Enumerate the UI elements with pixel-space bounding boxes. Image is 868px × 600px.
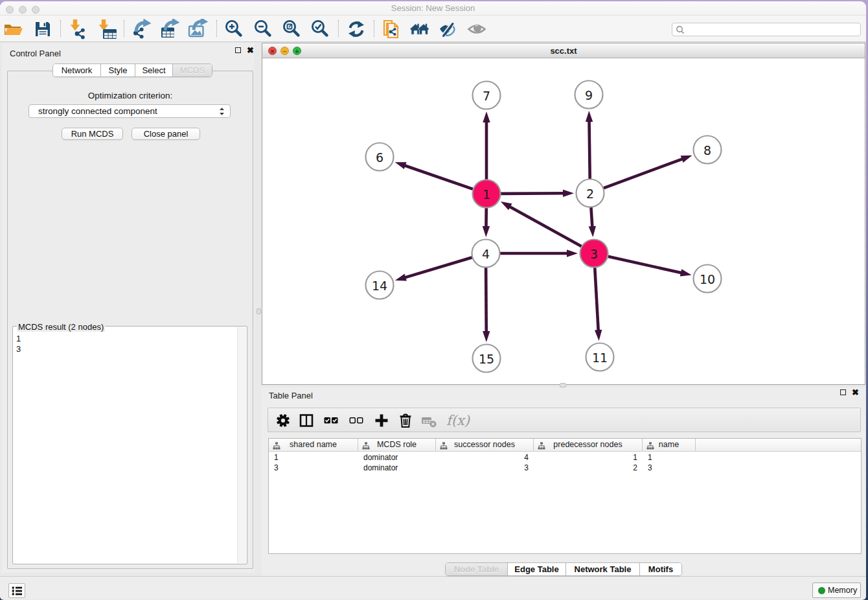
task-manager-button[interactable] xyxy=(8,583,25,598)
run-mcds-button[interactable]: Run MCDS xyxy=(62,128,123,140)
edge-3-10[interactable] xyxy=(608,257,682,273)
export-table-icon[interactable] xyxy=(159,19,180,40)
tab-network-table[interactable]: Network Table xyxy=(566,563,640,575)
memory-button[interactable]: Memory xyxy=(812,583,861,598)
result-scrollbar[interactable] xyxy=(237,327,246,563)
vertical-splitter-grip[interactable] xyxy=(257,308,261,314)
criterion-dropdown[interactable]: strongly connected component xyxy=(29,104,231,118)
network-canvas[interactable]: 1234678910111415 xyxy=(262,58,865,384)
import-network-icon[interactable] xyxy=(68,19,89,40)
node-label: 7 xyxy=(483,89,490,103)
node-table: shared nameMCDS rolesuccessor nodesprede… xyxy=(268,438,862,554)
table-cell: 3 xyxy=(269,463,358,473)
tab-edge-table[interactable]: Edge Table xyxy=(508,563,566,575)
close-table-panel-icon[interactable]: ✖ xyxy=(852,389,859,395)
edge-2-8[interactable] xyxy=(604,159,684,189)
zoom-in-icon[interactable] xyxy=(223,19,244,40)
edge-arrowhead xyxy=(589,226,596,237)
criterion-value: strongly connected component xyxy=(38,106,157,116)
save-icon[interactable] xyxy=(32,19,53,40)
delete-table-icon[interactable] xyxy=(420,412,437,429)
float-panel-icon[interactable] xyxy=(235,47,241,53)
table-cell: dominator xyxy=(358,452,436,463)
edge-arrowhead xyxy=(681,156,692,163)
table-cell: 1 xyxy=(643,452,696,463)
node-label: 6 xyxy=(376,150,383,165)
tab-motifs[interactable]: Motifs xyxy=(640,563,681,575)
mcds-result-list[interactable]: 13 xyxy=(14,327,237,563)
function-icon[interactable]: f(x) xyxy=(445,412,462,429)
status-bar: Memory xyxy=(0,576,866,599)
column-header-predecessor-nodes[interactable]: predecessor nodes xyxy=(534,439,643,451)
tab-mcds[interactable]: MCDS xyxy=(173,64,212,76)
edge-arrowhead xyxy=(483,111,490,122)
tab-style[interactable]: Style xyxy=(101,64,135,76)
edge-arrowhead xyxy=(586,111,593,122)
table-row[interactable]: 1dominator411 xyxy=(269,452,861,463)
edge-4-15[interactable] xyxy=(486,268,486,333)
control-panel-title: Control Panel xyxy=(10,49,61,58)
hide-eye-icon[interactable] xyxy=(438,19,459,40)
column-header-successor-nodes[interactable]: successor nodes xyxy=(436,439,534,451)
result-item[interactable]: 1 xyxy=(16,334,234,344)
edge-arrowhead xyxy=(395,162,407,169)
edge-1-2[interactable] xyxy=(501,193,565,194)
column-header-filler xyxy=(696,439,861,451)
control-panel: Control Panel ✖ NetworkStyleSelectMCDS O… xyxy=(2,43,255,573)
tab-network[interactable]: Network xyxy=(53,64,101,76)
edge-arrowhead xyxy=(483,226,490,237)
export-image-icon[interactable] xyxy=(187,19,208,40)
tab-select[interactable]: Select xyxy=(135,64,173,76)
column-header-name[interactable]: name xyxy=(643,439,696,451)
search-input[interactable] xyxy=(687,24,858,35)
edge-4-14[interactable] xyxy=(404,257,472,278)
window-titlebar: Session: New Session xyxy=(0,1,866,16)
import-table-icon[interactable] xyxy=(97,19,118,40)
table-panel-title: Table Panel xyxy=(269,391,313,400)
deselect-all-icon[interactable] xyxy=(348,412,365,429)
refresh-icon[interactable] xyxy=(346,19,367,40)
close-panel-icon[interactable]: ✖ xyxy=(247,47,254,53)
home-icon[interactable] xyxy=(409,19,430,40)
edge-3-1[interactable] xyxy=(508,206,582,246)
duplicate-network-icon[interactable] xyxy=(381,19,402,40)
split-columns-icon[interactable] xyxy=(298,412,315,429)
tab-node-table[interactable]: Node Table xyxy=(446,563,508,575)
table-row[interactable]: 3dominator323 xyxy=(269,463,861,473)
edge-arrowhead xyxy=(567,249,578,257)
node-label: 15 xyxy=(479,352,494,366)
table-cell: 2 xyxy=(534,463,643,473)
add-icon[interactable] xyxy=(373,412,390,429)
export-network-icon[interactable] xyxy=(131,19,152,40)
zoom-fit-icon[interactable] xyxy=(281,19,302,40)
control-panel-tabs: NetworkStyleSelectMCDS xyxy=(52,63,212,77)
edge-2-9[interactable] xyxy=(589,120,590,179)
node-label: 2 xyxy=(586,187,594,201)
eye-icon[interactable] xyxy=(467,19,488,40)
result-item[interactable]: 3 xyxy=(16,344,234,354)
search-box xyxy=(672,23,861,36)
select-all-icon[interactable] xyxy=(323,412,339,429)
zoom-selected-icon[interactable] xyxy=(310,19,330,40)
edge-2-3[interactable] xyxy=(591,207,592,228)
open-folder-icon[interactable] xyxy=(3,19,24,40)
edge-1-6[interactable] xyxy=(404,165,473,189)
trash-icon[interactable] xyxy=(397,412,414,429)
mcds-result-group: MCDS result (2 nodes) 13 xyxy=(12,326,247,564)
gear-icon[interactable] xyxy=(275,412,291,429)
main-toolbar xyxy=(0,16,866,42)
node-label: 14 xyxy=(372,279,387,293)
table-panel: Table Panel ✖ f(x) shared nameMCDS roles… xyxy=(262,387,865,578)
float-table-panel-icon[interactable] xyxy=(840,389,846,395)
horizontal-splitter-grip[interactable] xyxy=(560,383,566,387)
close-panel-button[interactable]: Close panel xyxy=(131,128,200,140)
search-icon xyxy=(676,25,685,34)
edge-arrowhead xyxy=(501,202,512,210)
edge-3-11[interactable] xyxy=(595,268,599,332)
node-label: 8 xyxy=(703,143,711,157)
column-header-shared-name[interactable]: shared name xyxy=(269,439,358,451)
node-label: 1 xyxy=(483,187,490,202)
zoom-out-icon[interactable] xyxy=(253,19,273,40)
column-header-MCDS-role[interactable]: MCDS role xyxy=(358,439,436,451)
node-label: 11 xyxy=(592,351,608,365)
